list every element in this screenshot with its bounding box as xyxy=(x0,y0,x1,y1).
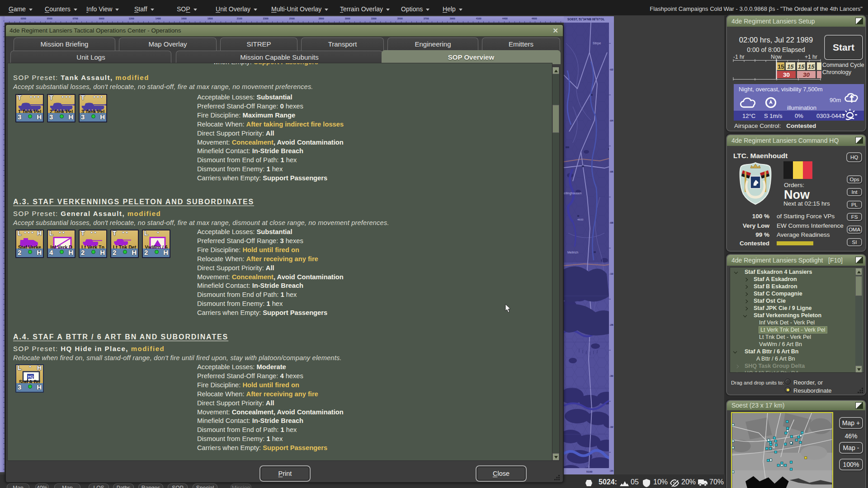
svg-text:-32: -32 xyxy=(609,426,613,428)
svg-text:Mellrich: Mellrich xyxy=(567,251,578,254)
svg-text:SOEST, 51°34'NB 08°07'OL: SOEST, 51°34'NB 08°07'OL xyxy=(567,18,604,21)
svg-text:4600: 4600 xyxy=(577,218,584,221)
svg-text:-30: -30 xyxy=(609,375,613,377)
svg-text:15: 15 xyxy=(787,63,794,70)
svg-text:15: 15 xyxy=(778,63,784,70)
svg-text:ellinghausen: ellinghausen xyxy=(564,192,581,195)
svg-text:-34: -34 xyxy=(609,469,613,472)
svg-text:HQ: HQ xyxy=(28,375,33,379)
svg-text:-08: -08 xyxy=(609,221,613,224)
svg-text:15: 15 xyxy=(808,63,815,70)
svg-text:30: 30 xyxy=(783,71,790,78)
svg-text:-28: -28 xyxy=(609,324,613,326)
svg-text:15: 15 xyxy=(798,63,805,70)
svg-text:30: 30 xyxy=(803,71,810,78)
svg-text:-10: -10 xyxy=(609,272,613,275)
svg-text:-02: -02 xyxy=(609,68,613,71)
svg-text:-04: -04 xyxy=(609,119,613,122)
svg-text:-06: -06 xyxy=(609,170,613,173)
svg-text:Stirpe: Stirpe xyxy=(593,42,601,45)
svg-text:5100: 5100 xyxy=(586,470,593,473)
